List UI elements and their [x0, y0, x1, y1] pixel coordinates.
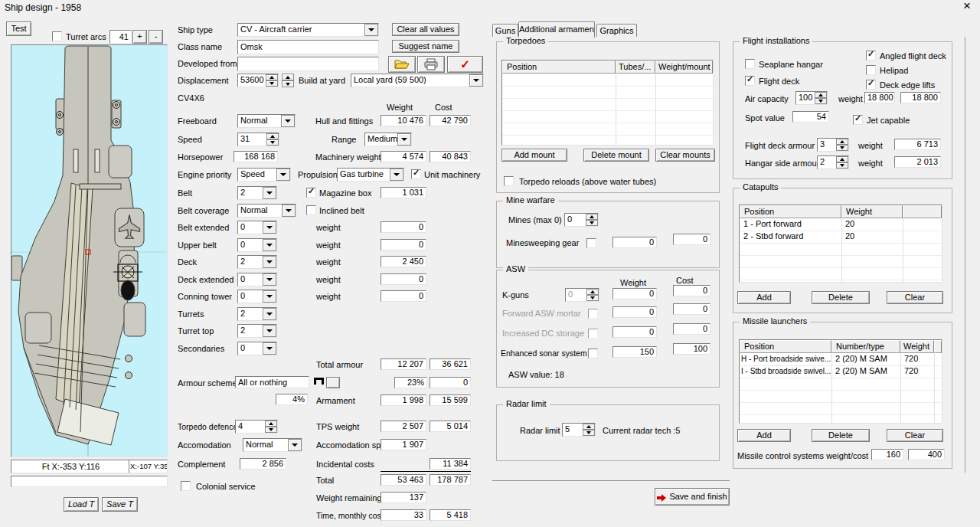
propulsion-label: Propulsion: [298, 170, 338, 180]
tab-graphics[interactable]: Graphics: [596, 24, 637, 37]
open-folder-button[interactable]: [388, 56, 416, 73]
missile-row-type[interactable]: 2 (20) M SAM: [831, 365, 900, 377]
delete-mount-button[interactable]: Delete mount: [583, 149, 649, 162]
displacement-spinner2[interactable]: [282, 74, 294, 87]
sonar-checkbox[interactable]: ✓: [588, 349, 598, 358]
save-and-finish-button[interactable]: Save and finish: [655, 488, 730, 506]
missiles-col-type[interactable]: Number/type: [831, 340, 900, 353]
displacement-spinner[interactable]: 53600: [237, 74, 279, 87]
engine-priority-combo[interactable]: Speed: [237, 168, 291, 182]
inclined-belt-label: Inclined belt: [319, 206, 364, 216]
seaplane-hangar-checkbox[interactable]: ✓: [745, 59, 755, 69]
catapult-row-weight[interactable]: 20: [841, 231, 903, 242]
catapults-delete-button[interactable]: Delete: [812, 291, 870, 304]
catapults-col-weight[interactable]: Weight: [841, 205, 903, 218]
upper-belt-combo[interactable]: 0: [237, 238, 277, 252]
weight-word: weight: [316, 275, 341, 285]
range-combo[interactable]: Medium: [364, 133, 412, 146]
torpedoes-col-weight[interactable]: Weight/mount: [655, 61, 713, 74]
build-at-yard-combo[interactable]: Local yard (59 500): [351, 74, 484, 87]
ship-top-view[interactable]: [11, 45, 167, 457]
hsa-spinner[interactable]: 2: [817, 155, 849, 169]
tab-guns[interactable]: Guns: [492, 24, 518, 37]
save-t-button[interactable]: Save T: [102, 497, 138, 512]
radar-limit-spinner[interactable]: 5: [562, 423, 596, 437]
catapults-col-position[interactable]: Position: [740, 205, 841, 218]
confirm-button[interactable]: ✓: [447, 56, 483, 73]
upper-belt-label: Upper belt: [178, 241, 217, 250]
arc-plus-button[interactable]: +: [132, 30, 147, 44]
torpedoes-col-tubes[interactable]: Tubes/...: [616, 61, 655, 74]
air-capacity-spinner[interactable]: 100: [795, 91, 828, 105]
magazine-box-checkbox[interactable]: ✓: [306, 188, 316, 198]
kguns-spinner[interactable]: 0: [565, 288, 599, 302]
turret-top-combo[interactable]: 2: [237, 324, 277, 338]
clear-mounts-button[interactable]: Clear mounts: [655, 149, 715, 162]
unit-machinery-checkbox[interactable]: ✓: [411, 169, 421, 179]
deck-edge-lifts-checkbox[interactable]: ✓: [866, 80, 876, 90]
missiles-col-blank[interactable]: [934, 340, 942, 353]
angled-deck-checkbox[interactable]: ✓: [866, 51, 876, 61]
print-button[interactable]: [417, 56, 445, 73]
belt-coverage-combo[interactable]: Normal: [237, 204, 296, 218]
load-t-button[interactable]: Load T: [64, 497, 99, 512]
mines-spinner[interactable]: 0: [564, 213, 599, 227]
freeboard-combo[interactable]: Normal: [237, 114, 296, 128]
fda-spinner[interactable]: 3: [817, 138, 849, 152]
missile-row-weight[interactable]: 720: [900, 353, 934, 365]
propulsion-combo[interactable]: Gas turbine: [337, 168, 404, 182]
arc-minus-button[interactable]: -: [149, 30, 163, 44]
missiles-col-position[interactable]: Position: [740, 340, 831, 353]
missiles-delete-button[interactable]: Delete: [812, 429, 870, 442]
missile-row-position[interactable]: H - Port broadside swive...: [740, 353, 831, 365]
ship-type-combo[interactable]: CV - Aircraft carrier: [237, 23, 379, 37]
deck-edge-lifts-label: Deck edge lifts: [880, 80, 935, 90]
secondaries-combo[interactable]: 0: [237, 342, 277, 355]
flight-deck-checkbox[interactable]: ✓: [745, 76, 755, 86]
conning-tower-combo[interactable]: 0: [237, 290, 277, 303]
torpedo-reloads-checkbox[interactable]: ✓: [504, 176, 514, 186]
armour-scheme-button[interactable]: [326, 377, 340, 388]
minesweeping-checkbox[interactable]: ✓: [586, 238, 596, 248]
tab-additional-armament[interactable]: Additional armament: [518, 21, 595, 38]
deck-combo[interactable]: 2: [237, 255, 277, 269]
belt-extended-combo[interactable]: 0: [237, 221, 277, 234]
missiles-add-button[interactable]: Add: [737, 429, 791, 442]
catapult-row-weight[interactable]: 20: [841, 218, 903, 230]
add-mount-button[interactable]: Add mount: [501, 149, 567, 162]
catapults-add-button[interactable]: Add: [737, 291, 791, 304]
total-label: Total: [316, 476, 334, 486]
torpedo-defence-spinner[interactable]: 4: [235, 420, 278, 434]
torpedoes-col-position[interactable]: Position: [502, 61, 616, 74]
clear-all-button[interactable]: Clear all values: [392, 23, 459, 36]
developed-from-input[interactable]: [237, 57, 379, 71]
missile-row-position[interactable]: I - Stbd broadside swivel...: [740, 365, 831, 377]
deck-extended-combo[interactable]: 0: [237, 273, 277, 286]
armour-scheme-value[interactable]: All or nothing: [235, 376, 309, 388]
helipad-checkbox[interactable]: ✓: [866, 65, 876, 75]
test-button[interactable]: Test: [6, 21, 31, 36]
belt-combo[interactable]: 2: [237, 186, 277, 200]
suggest-name-button[interactable]: Suggest name: [392, 40, 459, 53]
jet-capable-checkbox[interactable]: ✓: [853, 115, 863, 125]
catapults-col-blank[interactable]: [903, 205, 942, 218]
colonial-service-checkbox[interactable]: ✓: [181, 481, 191, 491]
catapults-table[interactable]: Position Weight 1 - Port forward 20 2 - …: [739, 205, 942, 283]
missiles-col-weight[interactable]: Weight: [900, 340, 934, 353]
turrets-combo[interactable]: 2: [237, 307, 277, 321]
class-name-input[interactable]: Omsk: [237, 40, 379, 54]
torpedoes-table[interactable]: Position Tubes/... Weight/mount: [501, 60, 714, 146]
catapult-row-position[interactable]: 1 - Port forward: [740, 218, 841, 230]
missiles-table[interactable]: Position Number/type Weight H - Port bro…: [739, 339, 942, 424]
missile-row-weight[interactable]: 720: [900, 365, 934, 377]
turret-arcs-checkbox[interactable]: ✓: [52, 31, 62, 41]
close-icon[interactable]: ×: [963, 1, 971, 11]
catapults-clear-button[interactable]: Clear: [887, 291, 943, 304]
missile-row-type[interactable]: 2 (20) M SAM: [831, 353, 900, 365]
speed-spinner[interactable]: 31: [237, 133, 279, 146]
missiles-clear-button[interactable]: Clear: [887, 429, 943, 442]
inclined-belt-checkbox[interactable]: ✓: [306, 205, 316, 215]
accomodation-combo[interactable]: Normal: [243, 438, 302, 452]
catapult-row-position[interactable]: 2 - Stbd forward: [740, 231, 841, 242]
turret-arc-value[interactable]: 41: [109, 30, 132, 44]
